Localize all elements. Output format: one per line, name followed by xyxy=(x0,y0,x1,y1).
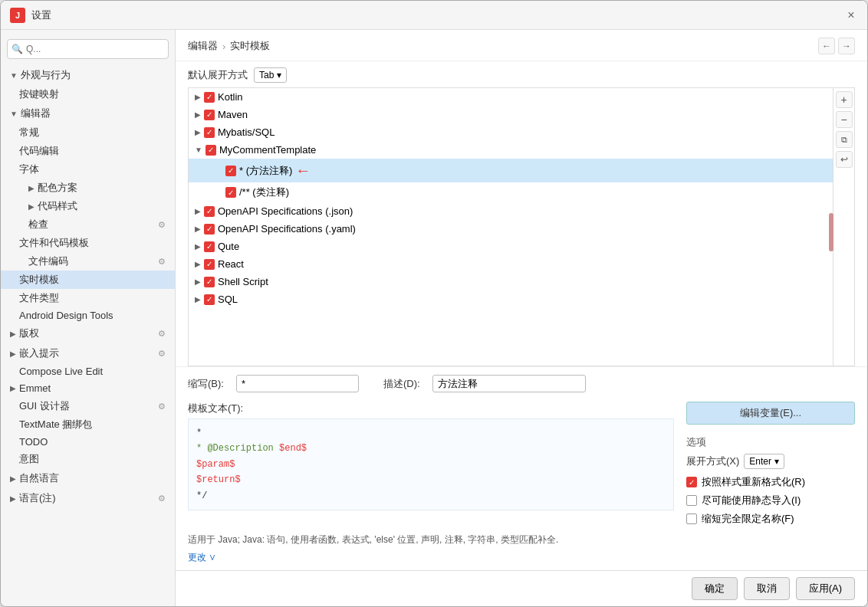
sidebar-item-copyright[interactable]: ▶ 版权 ⚙ xyxy=(1,323,175,343)
sidebar-item-code-style[interactable]: ▶ 代码样式 xyxy=(1,197,175,215)
template-group-maven[interactable]: ▶ ✓ Maven xyxy=(189,106,833,123)
sidebar-item-language-zh[interactable]: ▶ 语言(注) ⚙ xyxy=(1,488,175,508)
group-label-shell-script: Shell Script xyxy=(218,276,268,287)
chevron-down-icon: ▼ xyxy=(195,146,202,154)
default-expand-row: 默认展开方式 Tab ▾ xyxy=(176,61,867,87)
template-item-method-comment[interactable]: ✓ * (方法注释) ← xyxy=(189,159,833,182)
template-group-qute[interactable]: ▶ ✓ Qute xyxy=(189,238,833,255)
sidebar-item-android-design-tools[interactable]: Android Design Tools xyxy=(1,307,175,323)
sidebar-item-live-templates[interactable]: 实时模板 xyxy=(1,271,175,289)
checkbox-openapi-yaml[interactable]: ✓ xyxy=(204,224,215,235)
template-group-openapi-yaml[interactable]: ▶ ✓ OpenAPI Specifications (.yaml) xyxy=(189,220,833,238)
checkbox-method-comment[interactable]: ✓ xyxy=(225,166,236,176)
remove-template-button[interactable]: − xyxy=(836,111,853,128)
sidebar-item-inlay-hints[interactable]: ▶ 嵌入提示 ⚙ xyxy=(1,343,175,363)
sidebar-item-emmet[interactable]: ▶ Emmet xyxy=(1,379,175,397)
description-input[interactable] xyxy=(432,375,586,392)
chevron-right-icon: ▶ xyxy=(28,184,35,192)
chevron-right-icon: ▶ xyxy=(10,384,16,392)
template-group-mybatis[interactable]: ▶ ✓ Mybatis/SQL xyxy=(189,123,833,141)
checkbox-class-comment[interactable]: ✓ xyxy=(225,187,236,198)
sidebar-item-font[interactable]: 字体 xyxy=(1,160,175,179)
template-group-mycomment[interactable]: ▼ ✓ MyCommentTemplate xyxy=(189,141,833,159)
template-group-kotlin[interactable]: ▶ ✓ Kotlin xyxy=(189,88,833,106)
edit-variables-button[interactable]: 编辑变量(E)... xyxy=(686,402,855,425)
item-label-method-comment: * (方法注释) xyxy=(239,164,292,178)
chevron-right-icon: ▶ xyxy=(195,295,201,304)
template-item-class-comment[interactable]: ✓ /** (类注释) xyxy=(189,182,833,202)
back-button[interactable]: ← xyxy=(818,38,835,54)
sidebar-item-label: 外观与行为 xyxy=(21,68,71,82)
sidebar-item-natural-language[interactable]: ▶ 自然语言 xyxy=(1,468,175,488)
group-label-openapi-json: OpenAPI Specifications (.json) xyxy=(218,205,353,217)
forward-button[interactable]: → xyxy=(838,38,855,54)
search-input[interactable] xyxy=(7,39,169,59)
breadcrumb-separator: › xyxy=(222,41,225,52)
template-group-sql[interactable]: ▶ ✓ SQL xyxy=(189,290,833,308)
expand-method-select[interactable]: Enter ▾ xyxy=(744,454,784,469)
checkbox-mybatis[interactable]: ✓ xyxy=(204,127,215,138)
group-label-qute: Qute xyxy=(218,241,239,252)
more-link-section: 更改 ∨ xyxy=(176,550,867,570)
checkbox-mycomment[interactable]: ✓ xyxy=(205,145,216,156)
checkbox-qute[interactable]: ✓ xyxy=(204,241,215,252)
more-link[interactable]: 更改 ∨ xyxy=(188,552,216,563)
checkbox-static-import[interactable] xyxy=(686,495,697,506)
main-content: 🔍 ▼ 外观与行为 按键映射 ▼ 编辑器 常规 代码编辑 字体 ▶ 配色方案 xyxy=(1,30,867,606)
checkbox-sql[interactable]: ✓ xyxy=(204,294,215,305)
abbreviation-input[interactable] xyxy=(236,375,359,392)
sidebar-item-file-encoding[interactable]: 文件编码 ⚙ xyxy=(1,252,175,271)
sidebar-item-label: 配色方案 xyxy=(38,181,77,195)
sidebar-item-inspections[interactable]: 检查 ⚙ xyxy=(1,215,175,234)
breadcrumb-part2: 实时模板 xyxy=(230,39,270,53)
checkbox-openapi-json[interactable]: ✓ xyxy=(204,206,215,217)
sidebar-item-keymap[interactable]: 按键映射 xyxy=(1,85,175,103)
sidebar-item-gui-designer[interactable]: GUI 设计器 ⚙ xyxy=(1,397,175,415)
checkbox-shell-script[interactable]: ✓ xyxy=(204,277,215,287)
abbreviation-row: 缩写(B): 描述(D): xyxy=(188,375,855,392)
sidebar-item-label: 编辑器 xyxy=(21,107,51,120)
settings-icon: ⚙ xyxy=(158,329,166,339)
restore-template-button[interactable]: ↩ xyxy=(836,151,853,168)
expand-method-value: Enter xyxy=(749,456,771,467)
chevron-right-icon: ▶ xyxy=(195,225,201,233)
apply-button[interactable]: 应用(A) xyxy=(796,577,855,600)
sidebar-item-todo[interactable]: TODO xyxy=(1,434,175,450)
chevron-down-icon: ▼ xyxy=(10,71,18,80)
sidebar-item-editor[interactable]: ▼ 编辑器 xyxy=(1,103,175,123)
template-group-react[interactable]: ▶ ✓ React xyxy=(189,255,833,273)
template-group-shell-script[interactable]: ▶ ✓ Shell Script xyxy=(189,273,833,290)
app-icon: J xyxy=(10,8,25,23)
ok-button[interactable]: 确定 xyxy=(692,577,738,600)
options-title: 选项 xyxy=(686,435,855,449)
template-code-block[interactable]: * * @Description $end$ $param$ $return$ … xyxy=(188,418,674,510)
sidebar-item-textmate[interactable]: TextMate 捆绑包 xyxy=(1,415,175,434)
sidebar-item-file-types[interactable]: 文件类型 xyxy=(1,289,175,307)
copy-template-button[interactable]: ⧉ xyxy=(836,131,853,148)
settings-icon: ⚙ xyxy=(158,349,166,359)
checkbox-reformat[interactable]: ✓ xyxy=(686,477,697,487)
dropdown-arrow-icon: ▾ xyxy=(774,456,779,467)
close-button[interactable]: × xyxy=(844,8,858,22)
breadcrumb-part1: 编辑器 xyxy=(188,39,218,53)
sidebar-item-color-scheme[interactable]: ▶ 配色方案 xyxy=(1,179,175,197)
applicable-text: 适用于 Java; Java: 语句, 使用者函数, 表达式, 'else' 位… xyxy=(188,534,558,545)
sidebar-item-file-code-templates[interactable]: 文件和代码模板 xyxy=(1,234,175,252)
group-label-maven: Maven xyxy=(218,109,248,120)
checkbox-kotlin[interactable]: ✓ xyxy=(204,92,215,103)
checkbox-maven[interactable]: ✓ xyxy=(204,110,215,120)
code-line1: * xyxy=(196,425,666,441)
search-bar: 🔍 xyxy=(1,36,175,65)
checkbox-shorten-fqn[interactable] xyxy=(686,513,697,524)
cancel-button[interactable]: 取消 xyxy=(744,577,790,600)
sidebar-item-general[interactable]: 常规 xyxy=(1,123,175,142)
sidebar-item-code-editing[interactable]: 代码编辑 xyxy=(1,142,175,160)
template-group-openapi-json[interactable]: ▶ ✓ OpenAPI Specifications (.json) xyxy=(189,202,833,220)
sidebar-item-appearance[interactable]: ▼ 外观与行为 xyxy=(1,65,175,85)
default-expand-dropdown[interactable]: Tab ▾ xyxy=(254,67,287,83)
sidebar-item-label: GUI 设计器 xyxy=(19,399,70,413)
checkbox-react[interactable]: ✓ xyxy=(204,259,215,270)
add-template-button[interactable]: + xyxy=(836,91,853,108)
sidebar-item-compose-live-edit[interactable]: Compose Live Edit xyxy=(1,363,175,379)
sidebar-item-ideas[interactable]: 意图 xyxy=(1,450,175,468)
